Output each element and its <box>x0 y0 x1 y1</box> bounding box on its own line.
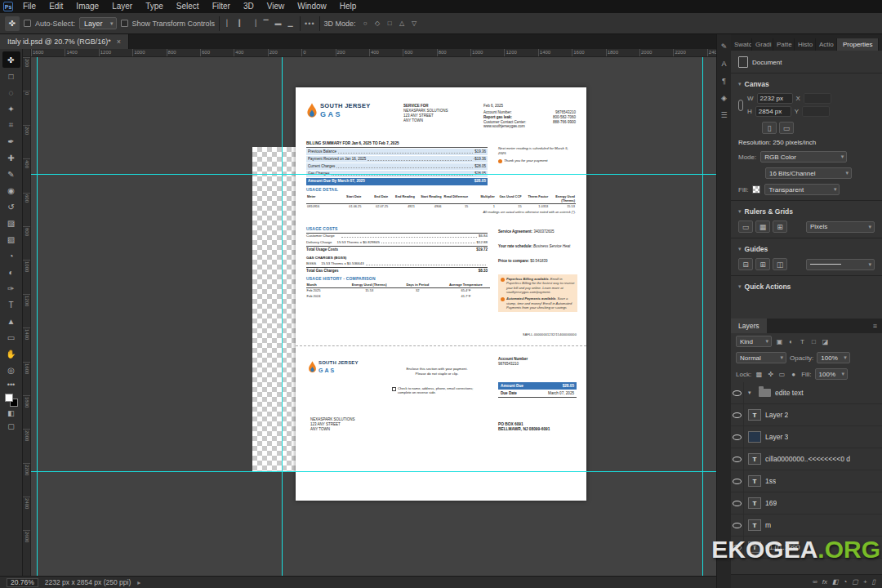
move-tool[interactable]: ✜ <box>2 51 20 68</box>
close-tab-icon[interactable]: × <box>117 38 121 46</box>
quick-actions-section-header[interactable]: Quick Actions <box>731 278 882 293</box>
canvas-y-field[interactable] <box>802 106 830 117</box>
layer-row[interactable]: m <box>731 514 882 537</box>
toggle-guides-icon[interactable]: ⊟ <box>738 258 753 270</box>
panel-tab[interactable]: Actio <box>816 38 837 51</box>
zoom-tool[interactable]: ◎ <box>2 362 20 378</box>
layer-visibility-icon[interactable] <box>731 426 744 448</box>
panel-tab[interactable]: Swatc <box>731 38 752 51</box>
guide-horizontal[interactable] <box>31 471 716 472</box>
status-chevron-icon[interactable]: ▸ <box>137 579 140 586</box>
guide-vertical[interactable] <box>282 57 283 576</box>
layer-row[interactable]: 1ss <box>731 470 882 492</box>
menu-image[interactable]: Image <box>69 0 105 13</box>
filter-adjustment-layers-icon[interactable]: ◐ <box>786 338 795 345</box>
guide-vertical[interactable] <box>37 57 38 576</box>
portrait-orientation-icon[interactable]: ▯ <box>762 122 777 134</box>
healing-brush-tool[interactable]: ✚ <box>2 149 20 166</box>
panel-menu-icon[interactable]: ≡ <box>873 322 882 330</box>
bit-depth-dropdown[interactable]: 16 Bits/Channel <box>765 167 852 179</box>
brush-settings-panel-icon[interactable]: ✎ <box>719 41 730 52</box>
tab-layers[interactable]: Layers <box>731 318 767 333</box>
canvas-height-field[interactable]: 2854 px <box>755 106 791 117</box>
more-options-icon[interactable]: ••• <box>305 20 314 28</box>
gradient-tool[interactable]: ▧ <box>2 231 20 247</box>
eraser-tool[interactable]: ▨ <box>2 215 20 231</box>
3d-rotate-icon[interactable]: ○ <box>360 18 371 29</box>
glyphs-panel-icon[interactable]: ◈ <box>719 92 730 104</box>
adjustment-layer-icon[interactable]: ◔ <box>844 578 848 586</box>
layer-group-icon[interactable]: ▢ <box>852 578 858 586</box>
layer-visibility-icon[interactable] <box>731 382 744 403</box>
menu-help[interactable]: Help <box>333 0 363 13</box>
canvas-x-field[interactable] <box>804 93 831 104</box>
menu-file[interactable]: File <box>16 0 42 13</box>
layer-row[interactable]: Layer 3 <box>731 426 882 448</box>
menu-view[interactable]: View <box>261 0 292 13</box>
panel-tab[interactable]: Patte <box>773 38 795 51</box>
layer-effects-icon[interactable]: fx <box>822 578 827 586</box>
3d-scale-icon[interactable]: ▽ <box>409 18 420 29</box>
auto-select-checkbox[interactable] <box>24 20 31 27</box>
vertical-ruler[interactable]: 2000200400600800100012001400160018002000… <box>23 57 31 576</box>
menu-type[interactable]: Type <box>139 0 170 13</box>
lock-image-icon[interactable]: ▭ <box>777 371 786 378</box>
layer-visibility-icon[interactable] <box>731 492 744 514</box>
layer-visibility-icon[interactable] <box>731 470 744 492</box>
edit-toolbar-icon[interactable]: ••• <box>2 378 20 391</box>
align-bottom-icon[interactable]: ▁ <box>285 18 296 29</box>
filter-smart-objects-icon[interactable]: ◪ <box>821 338 830 345</box>
guide-horizontal[interactable] <box>31 174 716 175</box>
guides-section-header[interactable]: Guides <box>731 241 882 256</box>
menu-select[interactable]: Select <box>170 0 206 13</box>
lock-position-icon[interactable]: ✜ <box>766 371 775 378</box>
3d-slide-icon[interactable]: △ <box>397 18 408 29</box>
guide-vertical[interactable] <box>702 57 703 576</box>
align-left-icon[interactable]: ▏ <box>224 18 234 29</box>
filter-kind-dropdown[interactable]: Kind <box>736 336 772 347</box>
crop-tool[interactable]: ⌗ <box>2 117 20 133</box>
layer-visibility-icon[interactable] <box>731 514 744 536</box>
align-top-icon[interactable]: ▔ <box>261 18 271 29</box>
lock-transparency-icon[interactable]: ▩ <box>755 371 764 378</box>
panel-tab[interactable]: Gradi <box>752 38 773 51</box>
character-panel-icon[interactable]: A <box>719 58 730 69</box>
layer-row[interactable]: cilla0000000..<<<<<<<<0 d <box>731 448 882 470</box>
menu-3d[interactable]: 3D <box>237 0 261 13</box>
clone-stamp-tool[interactable]: ◉ <box>2 182 20 198</box>
blend-mode-dropdown[interactable]: Normal <box>736 352 786 363</box>
auto-select-dropdown[interactable]: Layer <box>79 17 117 29</box>
align-right-icon[interactable]: ▕ <box>248 18 259 29</box>
ruler-origin-corner[interactable] <box>23 49 31 57</box>
canvas-width-field[interactable]: 2232 px <box>757 93 793 104</box>
quick-mask-icon[interactable]: ◧ <box>2 407 20 420</box>
toggle-grid-icon[interactable]: ▦ <box>755 220 770 233</box>
lasso-tool[interactable]: ◌ <box>2 84 20 100</box>
align-middle-icon[interactable]: ▬ <box>273 18 283 29</box>
rulers-grids-section-header[interactable]: Rulers & Grids <box>731 203 882 218</box>
toggle-rulers-icon[interactable]: ▭ <box>738 220 753 233</box>
filter-shape-layers-icon[interactable]: □ <box>809 338 818 345</box>
layer-row[interactable]: 169 <box>731 492 882 514</box>
canvas-section-header[interactable]: Canvas <box>731 76 882 91</box>
zoom-level-field[interactable]: 20.76% <box>7 578 38 587</box>
guide-style-dropdown[interactable] <box>806 259 875 270</box>
lock-all-icon[interactable]: ● <box>789 371 798 378</box>
show-transform-checkbox[interactable] <box>121 20 128 27</box>
panel-tab[interactable]: Histo <box>795 38 816 51</box>
opacity-dropdown[interactable]: 100% <box>817 352 849 363</box>
landscape-orientation-icon[interactable]: ▭ <box>779 122 794 134</box>
3d-drag-icon[interactable]: □ <box>385 18 395 29</box>
path-select-tool[interactable]: ▲ <box>2 313 20 329</box>
pen-tool[interactable]: ✑ <box>2 280 20 296</box>
type-tool[interactable]: T <box>2 296 20 313</box>
menu-layer[interactable]: Layer <box>105 0 139 13</box>
fill-dropdown[interactable]: 100% <box>815 368 848 380</box>
lock-guides-icon[interactable]: ⊞ <box>755 258 770 270</box>
link-dimensions-icon[interactable] <box>738 100 743 111</box>
menu-edit[interactable]: Edit <box>42 0 69 13</box>
color-swatches[interactable] <box>5 394 18 407</box>
history-brush-tool[interactable]: ↺ <box>2 198 20 215</box>
units-dropdown[interactable]: Pixels <box>806 221 875 233</box>
layer-row[interactable]: edite text <box>731 382 882 404</box>
